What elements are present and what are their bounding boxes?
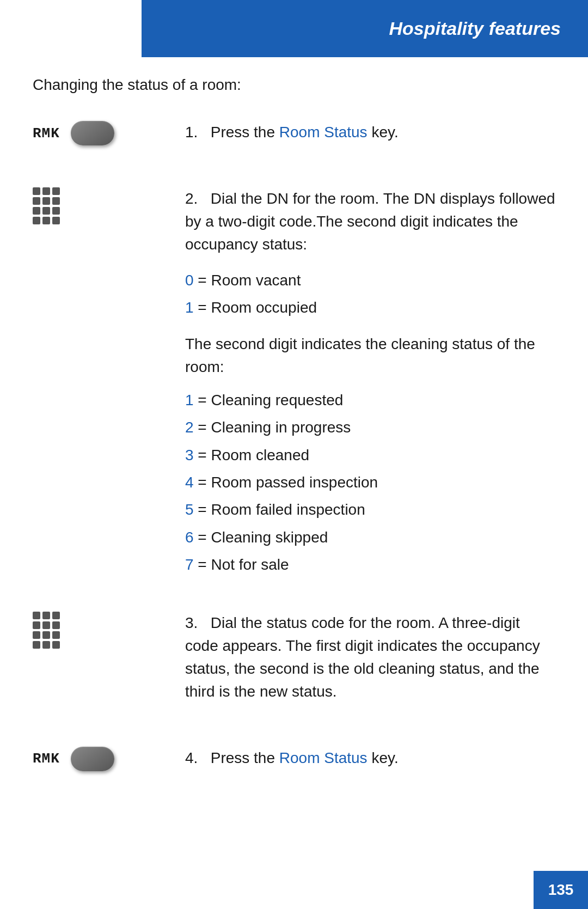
step-4-text: 4. Press the Room Status key.	[185, 747, 555, 770]
step-4-icons: RMK	[33, 747, 185, 771]
step-3-number: 3.	[185, 614, 206, 631]
step-3-text: 3. Dial the status code for the room. A …	[185, 612, 555, 703]
keypad-icon-1	[33, 187, 63, 224]
cleaning-item-2: 2 = Cleaning in progress	[185, 414, 555, 441]
occupancy-item-1: 1 = Room occupied	[185, 294, 555, 321]
room-status-link-2[interactable]: Room Status	[279, 749, 367, 766]
step-3-icons	[33, 612, 185, 649]
key-button-2	[71, 747, 114, 771]
page-content: Changing the status of a room: RMK 1. Pr…	[0, 0, 588, 868]
step-2-text: 2. Dial the DN for the room. The DN disp…	[185, 187, 555, 256]
page-title: Hospitality features	[389, 18, 561, 39]
cleaning-item-7: 7 = Not for sale	[185, 551, 555, 578]
secondary-note: The second digit indicates the cleaning …	[185, 333, 555, 379]
occupancy-list: 0 = Room vacant 1 = Room occupied	[185, 267, 555, 322]
step-1-number: 1.	[185, 124, 206, 141]
step-3-content: 3. Dial the status code for the room. A …	[185, 612, 555, 714]
occupancy-item-0: 0 = Room vacant	[185, 267, 555, 294]
step-1-row: RMK 1. Press the Room Status key.	[33, 121, 555, 155]
step-2-content: 2. Dial the DN for the room. The DN disp…	[185, 187, 555, 579]
step-1-prefix: Press the	[211, 124, 279, 141]
step-2-number: 2.	[185, 190, 206, 207]
step-4-number: 4.	[185, 749, 206, 766]
step-4-suffix: key.	[367, 749, 399, 766]
step-2-icons	[33, 187, 185, 224]
step-4-content: 4. Press the Room Status key.	[185, 747, 555, 780]
rmk-label-1: RMK	[33, 125, 60, 142]
page-number: 135	[534, 871, 588, 909]
step-1-text: 1. Press the Room Status key.	[185, 121, 555, 144]
step-1-content: 1. Press the Room Status key.	[185, 121, 555, 155]
keypad-icon-2	[33, 612, 63, 649]
cleaning-item-1: 1 = Cleaning requested	[185, 387, 555, 414]
cleaning-item-3: 3 = Room cleaned	[185, 442, 555, 469]
step-2-row: 2. Dial the DN for the room. The DN disp…	[33, 187, 555, 579]
cleaning-item-5: 5 = Room failed inspection	[185, 496, 555, 523]
step-2-main: Dial the DN for the room. The DN display…	[185, 190, 555, 253]
room-status-link-1[interactable]: Room Status	[279, 124, 367, 141]
cleaning-item-6: 6 = Cleaning skipped	[185, 524, 555, 551]
rmk-label-2: RMK	[33, 751, 60, 767]
header-bar: Hospitality features	[142, 0, 588, 57]
step-3-row: 3. Dial the status code for the room. A …	[33, 612, 555, 714]
cleaning-item-4: 4 = Room passed inspection	[185, 469, 555, 496]
step-3-body: Dial the status code for the room. A thr…	[185, 614, 540, 700]
cleaning-list: 1 = Cleaning requested 2 = Cleaning in p…	[185, 387, 555, 579]
key-button-1	[71, 121, 114, 145]
intro-text: Changing the status of a room:	[33, 76, 555, 94]
step-1-suffix: key.	[367, 124, 399, 141]
step-4-row: RMK 4. Press the Room Status key.	[33, 747, 555, 780]
step-4-prefix: Press the	[211, 749, 279, 766]
step-1-icons: RMK	[33, 121, 185, 145]
